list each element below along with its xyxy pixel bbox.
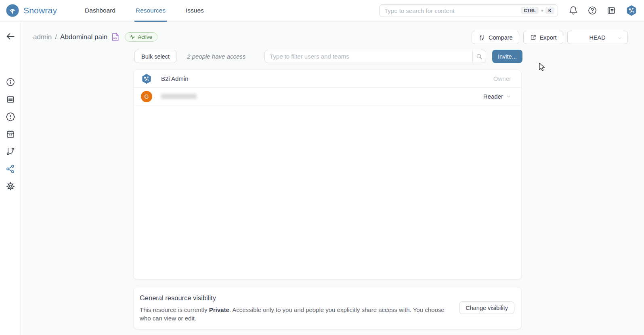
nav-issues[interactable]: Issues [176, 0, 214, 21]
visibility-description: This resource is currently Private. Acce… [140, 306, 455, 322]
version-select-value: HEAD [589, 34, 605, 41]
page-title: Abdominal pain [60, 33, 107, 41]
bulk-select-button[interactable]: Bulk select [134, 50, 176, 63]
breadcrumb-parent[interactable]: admin [33, 33, 52, 41]
chevron-down-icon [617, 36, 623, 40]
sidebar-item-versions[interactable] [0, 143, 21, 160]
help-icon[interactable] [587, 6, 597, 15]
breadcrumb-separator: / [55, 33, 57, 41]
breadcrumb: admin / Abdominal pain vs Active [33, 32, 157, 42]
export-button-label: Export [540, 34, 557, 41]
main-nav: Dashboard Resources Issues [75, 0, 214, 21]
versioned-file-icon[interactable]: vs [111, 32, 120, 42]
filter-users-input[interactable] [265, 53, 472, 60]
access-toolbar: Bulk select 2 people have access Invite.… [134, 50, 519, 63]
compare-button[interactable]: Compare [472, 31, 519, 44]
member-name: B2i Admin [161, 75, 189, 82]
snowray-logo-icon [6, 4, 19, 17]
status-badge: Active [125, 32, 157, 42]
shortcut-ctrl-key: CTRL [521, 7, 539, 14]
back-arrow-icon[interactable] [5, 31, 16, 42]
user-avatar[interactable] [625, 4, 638, 17]
status-badge-label: Active [138, 34, 152, 40]
chevron-down-icon [506, 94, 511, 99]
export-icon [530, 34, 537, 41]
shortcut-plus: + [541, 8, 543, 13]
member-role-value: Reader [483, 93, 503, 100]
sidebar-item-document[interactable] [0, 91, 21, 108]
visibility-text-prefix: This resource is currently [140, 306, 209, 313]
visibility-panel: General resource visibility This resourc… [133, 287, 522, 329]
shortcut-k-key: K [545, 7, 554, 14]
filter-users-box[interactable] [264, 50, 486, 63]
news-changelog-icon[interactable] [606, 6, 616, 15]
sidebar-item-alerts[interactable] [0, 108, 21, 125]
member-row-owner: B2i Admin Owner [134, 70, 521, 88]
invite-button[interactable]: Invite... [492, 50, 522, 63]
left-sidebar: 12 [0, 21, 21, 335]
svg-text:vs: vs [113, 36, 117, 40]
sidebar-item-calendar[interactable]: 12 [0, 125, 21, 143]
global-search[interactable]: CTRL + K [379, 4, 558, 17]
member-role-select[interactable]: Reader [483, 93, 511, 100]
brand-name: Snowray [23, 6, 57, 15]
compare-button-label: Compare [489, 34, 513, 41]
member-name-redacted [161, 94, 197, 99]
access-summary: 2 people have access [187, 53, 245, 60]
visibility-private-label: Private [209, 306, 229, 313]
activity-pulse-icon [129, 34, 135, 40]
version-select[interactable]: HEAD [567, 31, 628, 44]
member-row-reader: G Reader [134, 88, 521, 105]
mouse-cursor-icon [538, 63, 546, 72]
global-search-input[interactable] [384, 7, 521, 14]
members-panel: B2i Admin Owner G Reader [133, 70, 522, 280]
visibility-title: General resource visibility [140, 294, 514, 302]
sidebar-item-settings[interactable] [0, 177, 21, 195]
nav-resources[interactable]: Resources [126, 0, 176, 21]
nav-dashboard[interactable]: Dashboard [75, 0, 126, 21]
app-logo[interactable]: Snowray [6, 4, 57, 17]
export-button[interactable]: Export [523, 31, 563, 44]
member-role-owner: Owner [493, 75, 511, 82]
org-hexagon-avatar [141, 73, 152, 84]
notifications-bell-icon[interactable] [568, 6, 578, 15]
topbar: Snowray Dashboard Resources Issues CTRL … [0, 0, 644, 21]
git-compare-icon [478, 34, 485, 41]
change-visibility-button[interactable]: Change visibility [459, 301, 514, 314]
member-initial-avatar: G [141, 91, 152, 102]
sidebar-item-share[interactable] [0, 160, 21, 177]
search-icon[interactable] [472, 50, 486, 63]
sidebar-item-info[interactable] [0, 73, 21, 91]
svg-text:12: 12 [9, 134, 12, 137]
